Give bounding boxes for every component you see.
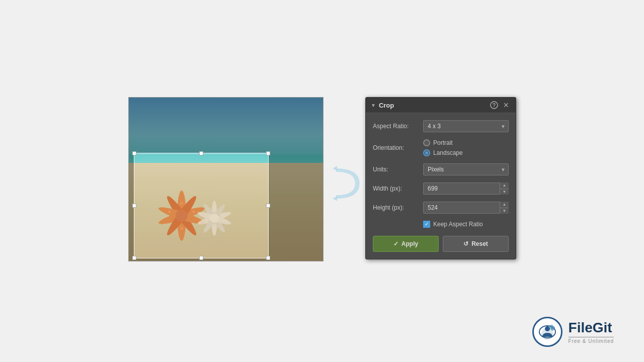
orientation-label: Orientation: [373, 144, 423, 151]
apply-label: Apply [401, 240, 418, 247]
height-spin-down[interactable]: ▼ [500, 208, 509, 214]
width-control: ▲ ▼ [423, 183, 509, 195]
width-spinbox-buttons: ▲ ▼ [500, 183, 509, 195]
apply-button[interactable]: ✓ Apply [373, 236, 439, 252]
units-select-wrapper: Pixels Inches Centimeters Percent ▼ [423, 163, 509, 175]
crop-handle-tl[interactable] [132, 151, 136, 155]
brand-name: FileGit [569, 320, 612, 336]
landscape-label: Landscape [433, 149, 463, 156]
crop-handle-tr[interactable] [266, 151, 270, 155]
help-icon[interactable]: ? [490, 101, 499, 110]
aspect-ratio-select-wrapper: Free 1 x 1 4 x 3 16 x 9 3 x 2 Custom ▼ [423, 120, 509, 132]
height-control: ▲ ▼ [423, 202, 509, 214]
reset-refresh-icon: ↺ [463, 240, 468, 247]
height-spinbox-wrapper: ▲ ▼ [423, 202, 509, 214]
button-row: ✓ Apply ↺ Reset [373, 236, 509, 252]
width-spin-up[interactable]: ▲ [500, 183, 509, 189]
orientation-row: Orientation: Portrait Landscape [373, 139, 509, 156]
reset-label: Reset [471, 240, 488, 247]
svg-text:?: ? [493, 103, 496, 108]
landscape-radio-row[interactable]: Landscape [423, 149, 509, 156]
logo-text: FileGit Free & Unlimited [569, 320, 614, 344]
width-spinbox-wrapper: ▲ ▼ [423, 183, 509, 195]
svg-point-27 [550, 327, 554, 331]
reset-button[interactable]: ↺ Reset [443, 236, 509, 252]
height-row: Height (px): ▲ ▼ [373, 202, 509, 214]
crop-handle-br[interactable] [266, 256, 270, 260]
aspect-ratio-select[interactable]: Free 1 x 1 4 x 3 16 x 9 3 x 2 Custom [423, 120, 509, 132]
units-row: Units: Pixels Inches Centimeters Percent… [373, 163, 509, 175]
aspect-ratio-label: Aspect Ratio: [373, 123, 423, 130]
crop-handle-mr[interactable] [266, 204, 270, 208]
crop-handle-tc[interactable] [199, 151, 203, 155]
apply-check-icon: ✓ [393, 240, 398, 247]
width-label: Width (px): [373, 185, 423, 192]
orientation-control: Portrait Landscape [423, 139, 509, 156]
crop-handle-ml[interactable] [132, 204, 136, 208]
width-row: Width (px): ▲ ▼ [373, 183, 509, 195]
height-spin-up[interactable]: ▲ [500, 202, 509, 208]
crop-handle-bc[interactable] [199, 256, 203, 260]
panel-content: Aspect Ratio: Free 1 x 1 4 x 3 16 x 9 3 … [366, 113, 516, 259]
portrait-label: Portrait [433, 139, 453, 146]
portrait-radio-row[interactable]: Portrait [423, 139, 509, 146]
orientation-group: Portrait Landscape [423, 139, 509, 156]
height-input[interactable] [423, 202, 509, 214]
keep-aspect-ratio-label: Keep Aspect Ratio [433, 221, 483, 228]
panel-header-left: ▼ Crop [371, 102, 394, 109]
units-select[interactable]: Pixels Inches Centimeters Percent [423, 163, 509, 175]
arrow-connector [324, 171, 369, 196]
crop-handle-bl[interactable] [132, 256, 136, 260]
keep-aspect-ratio-row[interactable]: Keep Aspect Ratio [373, 221, 509, 228]
logo-divider [569, 337, 614, 337]
panel-header-icons: ? ✕ [490, 101, 511, 110]
height-label: Height (px): [373, 204, 423, 211]
portrait-radio[interactable] [423, 139, 430, 146]
close-icon[interactable]: ✕ [502, 101, 511, 110]
width-input[interactable] [423, 183, 509, 195]
filegit-logo: FileGit Free & Unlimited [532, 317, 614, 347]
crop-selection[interactable] [134, 153, 269, 258]
collapse-arrow-icon[interactable]: ▼ [371, 103, 376, 108]
width-spin-down[interactable]: ▼ [500, 189, 509, 195]
height-spinbox-buttons: ▲ ▼ [500, 202, 509, 214]
image-canvas [128, 97, 324, 261]
logo-circle [532, 317, 562, 347]
aspect-ratio-row: Aspect Ratio: Free 1 x 1 4 x 3 16 x 9 3 … [373, 120, 509, 132]
svg-point-24 [545, 326, 550, 331]
units-control: Pixels Inches Centimeters Percent ▼ [423, 163, 509, 175]
panel-title: Crop [379, 102, 394, 109]
panel-header: ▼ Crop ? ✕ [366, 98, 516, 113]
units-label: Units: [373, 166, 423, 173]
brand-tagline: Free & Unlimited [569, 338, 614, 344]
keep-aspect-ratio-checkbox[interactable] [423, 221, 430, 228]
aspect-ratio-control: Free 1 x 1 4 x 3 16 x 9 3 x 2 Custom ▼ [423, 120, 509, 132]
landscape-radio[interactable] [423, 149, 430, 156]
crop-panel: ▼ Crop ? ✕ Aspect Ratio: Free 1 x 1 [365, 97, 516, 259]
